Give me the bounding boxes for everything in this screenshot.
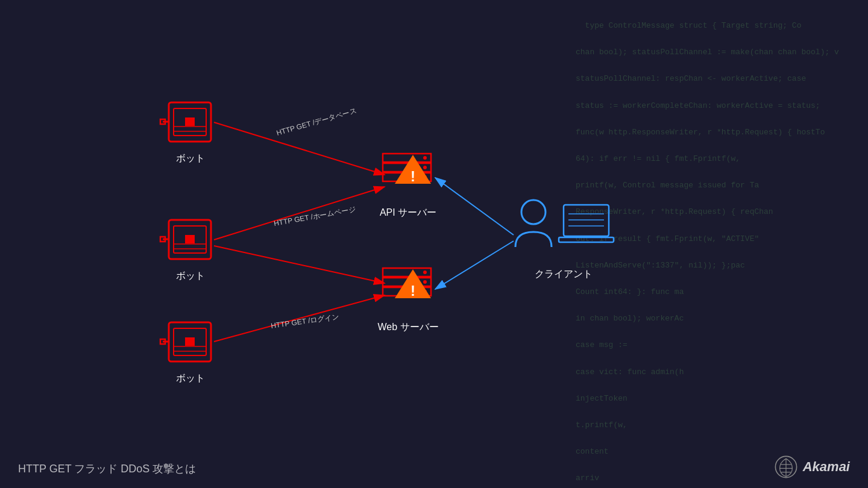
svg-point-35	[423, 280, 427, 284]
arrow-label-bot3: HTTP GET /ログイン	[270, 312, 339, 330]
svg-point-34	[423, 271, 427, 274]
akamai-logo-icon	[774, 455, 798, 479]
diagram-area: ボット HTTP GET /データベース ボット HTTP GET /ホームペー…	[0, 0, 663, 458]
akamai-logo: Akamai	[774, 455, 850, 479]
api-server-label: API サーバー	[380, 207, 436, 217]
bot-1-icon	[160, 102, 211, 142]
svg-point-26	[423, 156, 427, 160]
bot-2-label: ボット	[176, 271, 205, 281]
bottom-label: HTTP GET フラッド DDoS 攻撃とは	[18, 461, 196, 476]
bot-1-label: ボット	[176, 153, 205, 163]
bot-2-icon	[160, 220, 211, 259]
svg-point-39	[521, 200, 546, 224]
svg-rect-40	[564, 205, 609, 236]
bot-3-icon	[160, 322, 211, 361]
web-server-label: Web サーバー	[377, 322, 438, 332]
svg-text:!: !	[410, 283, 415, 299]
code-line-18: arriv	[576, 474, 599, 483]
arrow-client-web	[435, 241, 514, 289]
client-person-icon	[515, 200, 552, 247]
client-label: クライアント	[535, 269, 593, 279]
svg-point-27	[423, 166, 427, 169]
arrow-client-api	[435, 178, 514, 235]
svg-rect-6	[185, 117, 195, 126]
client-laptop-icon	[559, 205, 614, 242]
svg-rect-41	[559, 237, 614, 242]
akamai-logo-text: Akamai	[803, 459, 850, 475]
arrow-bot2-web	[214, 246, 385, 283]
arrow-bot2-api	[214, 187, 385, 240]
api-server-icon: !	[383, 154, 431, 184]
svg-rect-20	[185, 337, 195, 346]
svg-text:!: !	[410, 168, 415, 184]
bot-3-label: ボット	[176, 373, 205, 383]
svg-rect-13	[185, 235, 195, 243]
arrow-label-bot1: HTTP GET /データベース	[275, 107, 357, 137]
web-server-icon: !	[383, 268, 431, 299]
